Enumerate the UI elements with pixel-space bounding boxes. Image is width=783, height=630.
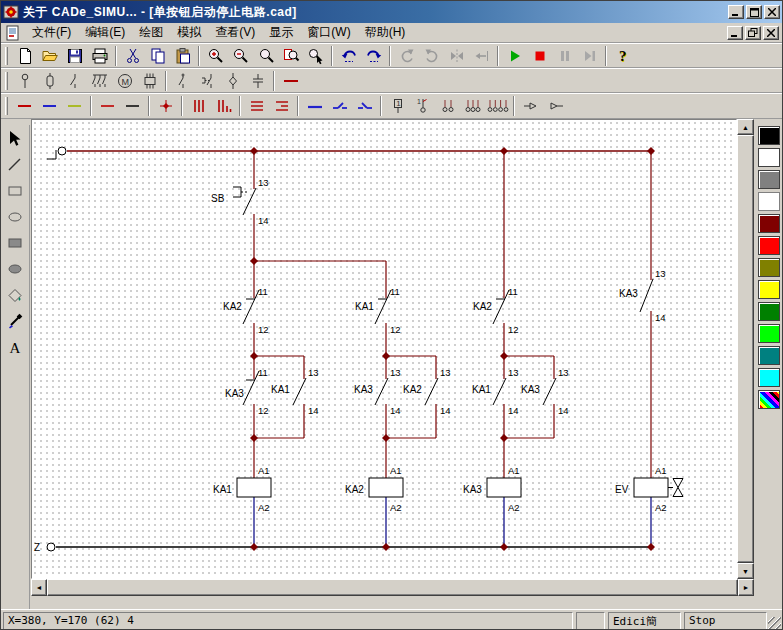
maximize-button[interactable] bbox=[746, 5, 762, 19]
new-button[interactable] bbox=[12, 45, 37, 67]
menu-simulate[interactable]: 模拟 bbox=[170, 23, 208, 42]
open-button[interactable] bbox=[37, 45, 62, 67]
scroll-down-button[interactable]: ▼ bbox=[737, 563, 754, 579]
child-minimize-button[interactable] bbox=[727, 26, 743, 40]
horizontal-lines-3-button[interactable] bbox=[244, 95, 269, 117]
switch-contact-button[interactable] bbox=[170, 70, 195, 92]
menu-window[interactable]: 窗口(W) bbox=[300, 23, 357, 42]
zoom-page-button[interactable] bbox=[278, 45, 303, 67]
picker-tool-button[interactable] bbox=[2, 308, 28, 333]
contact-symbol-button[interactable] bbox=[62, 70, 87, 92]
color-swatch-4[interactable] bbox=[758, 214, 780, 233]
color-swatch-2[interactable] bbox=[758, 170, 780, 189]
redo-button[interactable] bbox=[361, 45, 386, 67]
child-close-button[interactable] bbox=[763, 26, 779, 40]
rotate-right-button[interactable] bbox=[419, 45, 444, 67]
fill-tool-button[interactable] bbox=[2, 282, 28, 307]
line-black-button[interactable] bbox=[120, 95, 145, 117]
save-button[interactable] bbox=[62, 45, 87, 67]
toolbar-grip[interactable] bbox=[5, 97, 8, 115]
menu-edit[interactable]: 编辑(E) bbox=[78, 23, 132, 42]
print-button[interactable] bbox=[87, 45, 112, 67]
rotate-left-button[interactable] bbox=[394, 45, 419, 67]
menu-display[interactable]: 显示 bbox=[262, 23, 300, 42]
select-tool-button[interactable] bbox=[2, 126, 28, 151]
horizontal-scrollbar[interactable]: ◄ ► bbox=[31, 579, 754, 596]
zoom-in-button[interactable] bbox=[203, 45, 228, 67]
vertical-lines-mixed-button[interactable] bbox=[211, 95, 236, 117]
toolbar-grip[interactable] bbox=[5, 47, 8, 65]
power-source-button[interactable] bbox=[12, 70, 37, 92]
cut-button[interactable] bbox=[120, 45, 145, 67]
line-tool-button[interactable] bbox=[2, 152, 28, 177]
motor-symbol-button[interactable]: M bbox=[112, 70, 137, 92]
schematic-drawing[interactable]: Z1314SB1112KA21112KA11112KA21314KA31112K… bbox=[32, 120, 736, 578]
scroll-up-button[interactable]: ▲ bbox=[737, 119, 754, 135]
horizontal-scroll-thumb[interactable] bbox=[47, 579, 738, 596]
menu-draw[interactable]: 绘图 bbox=[132, 23, 170, 42]
undo-button[interactable] bbox=[336, 45, 361, 67]
filled-rectangle-tool-button[interactable] bbox=[2, 230, 28, 255]
contact-nc-blue-button[interactable] bbox=[352, 95, 377, 117]
color-swatch-8[interactable] bbox=[758, 302, 780, 321]
drawing-canvas[interactable]: Z1314SB1112KA21112KA11112KA21314KA31112K… bbox=[31, 119, 737, 579]
color-swatch-7[interactable] bbox=[758, 280, 780, 299]
wire-green-button[interactable] bbox=[62, 95, 87, 117]
zoom-select-button[interactable] bbox=[303, 45, 328, 67]
terminals-4-button[interactable] bbox=[485, 95, 510, 117]
connector-left-button[interactable] bbox=[518, 95, 543, 117]
color-swatch-6[interactable] bbox=[758, 258, 780, 277]
connector-right-button[interactable] bbox=[543, 95, 568, 117]
horizontal-lines-2-button[interactable] bbox=[269, 95, 294, 117]
stop-button[interactable] bbox=[527, 45, 552, 67]
pushbutton-contact-button[interactable] bbox=[195, 70, 220, 92]
color-swatch-1[interactable] bbox=[758, 148, 780, 167]
help-button[interactable]: ?? bbox=[610, 45, 635, 67]
contact-closed-blue-button[interactable] bbox=[302, 95, 327, 117]
minimize-button[interactable] bbox=[728, 5, 744, 19]
vertical-scroll-thumb[interactable] bbox=[737, 135, 754, 563]
wire-blue-button[interactable] bbox=[37, 95, 62, 117]
menu-view[interactable]: 查看(V) bbox=[208, 23, 262, 42]
scroll-right-button[interactable]: ► bbox=[738, 579, 754, 596]
wire-tool-button[interactable] bbox=[278, 70, 303, 92]
child-restore-button[interactable] bbox=[745, 26, 761, 40]
document-icon[interactable] bbox=[5, 25, 22, 41]
junction-node-button[interactable] bbox=[153, 95, 178, 117]
menu-help[interactable]: 帮助(H) bbox=[358, 23, 413, 42]
multi-contact-button[interactable] bbox=[87, 70, 112, 92]
scroll-left-button[interactable]: ◄ bbox=[31, 579, 47, 596]
close-button[interactable] bbox=[764, 5, 780, 19]
line-red-button[interactable] bbox=[95, 95, 120, 117]
resize-grip[interactable] bbox=[768, 617, 781, 630]
menu-file[interactable]: 文件(F) bbox=[25, 23, 78, 42]
rectangle-t ool-button[interactable] bbox=[2, 178, 28, 203]
color-swatch-12[interactable] bbox=[758, 390, 780, 409]
color-swatch-0[interactable] bbox=[758, 126, 780, 145]
vertical-lines-3-button[interactable] bbox=[186, 95, 211, 117]
zoom-out-button[interactable] bbox=[228, 45, 253, 67]
vertical-scrollbar[interactable]: ▲ ▼ bbox=[737, 119, 754, 579]
plc-block-button[interactable] bbox=[137, 70, 162, 92]
color-swatch-10[interactable] bbox=[758, 346, 780, 365]
terminal-block-1-button[interactable]: 1 bbox=[385, 95, 410, 117]
filled-ellipse-tool-button[interactable] bbox=[2, 256, 28, 281]
coil-symbol-button[interactable] bbox=[37, 70, 62, 92]
ellipse-tool-button[interactable] bbox=[2, 204, 28, 229]
zoom-button[interactable] bbox=[253, 45, 278, 67]
paste-button[interactable] bbox=[170, 45, 195, 67]
contact-no-blue-button[interactable] bbox=[327, 95, 352, 117]
toolbar-grip[interactable] bbox=[5, 72, 8, 90]
capacitor-button[interactable] bbox=[245, 70, 270, 92]
wire-red-button[interactable] bbox=[12, 95, 37, 117]
color-swatch-11[interactable] bbox=[758, 368, 780, 387]
run-button[interactable] bbox=[502, 45, 527, 67]
color-swatch-9[interactable] bbox=[758, 324, 780, 343]
terminals-3-button[interactable] bbox=[460, 95, 485, 117]
terminals-2-button[interactable] bbox=[435, 95, 460, 117]
mirror-button[interactable] bbox=[444, 45, 469, 67]
flip-button[interactable] bbox=[469, 45, 494, 67]
pause-button[interactable] bbox=[552, 45, 577, 67]
text-tool-button[interactable]: A bbox=[2, 334, 28, 359]
copy-button[interactable] bbox=[145, 45, 170, 67]
